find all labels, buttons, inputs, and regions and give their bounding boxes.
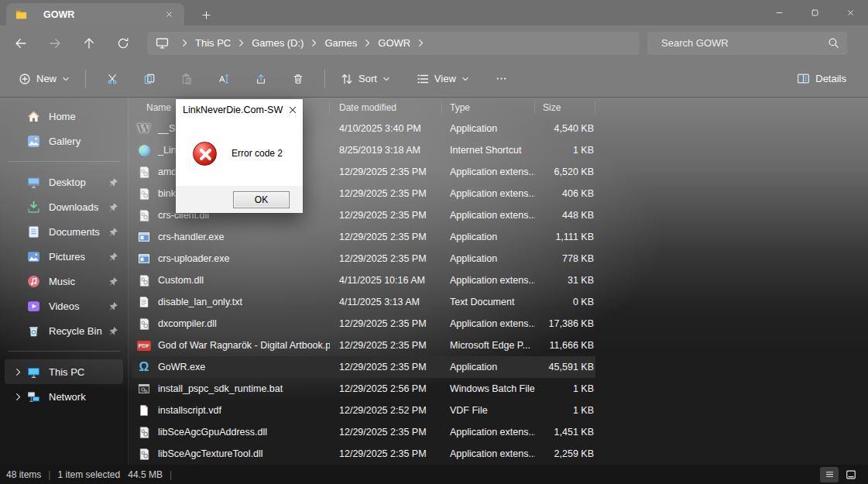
delete-button[interactable]: [285, 66, 311, 92]
downloads-icon: [26, 200, 40, 214]
file-row-crs-uploader-exe[interactable]: crs-uploader.exe12/29/2025 2:35 PMApplic…: [132, 248, 595, 269]
copy-button[interactable]: [136, 66, 163, 92]
forward-button[interactable]: [43, 32, 67, 55]
pin-icon: [108, 252, 118, 262]
sidebar-item-label: Music: [49, 276, 108, 287]
file-type: Windows Batch File: [442, 383, 535, 394]
back-button[interactable]: [9, 32, 33, 55]
dll-icon: [137, 273, 151, 287]
window-controls: [761, 0, 868, 26]
chevron-right-icon[interactable]: [9, 393, 26, 401]
sidebar-item-videos[interactable]: Videos: [5, 293, 123, 318]
refresh-button[interactable]: [112, 32, 135, 55]
column-header-date-modified[interactable]: Date modified: [330, 101, 442, 114]
sidebar-item-label: Videos: [49, 300, 108, 312]
tab-close-icon[interactable]: [161, 7, 177, 22]
file-name: crs-uploader.exe: [158, 253, 229, 264]
file-row-crs-handler-exe[interactable]: crs-handler.exe12/29/2025 2:35 PMApplica…: [132, 226, 595, 248]
breadcrumb[interactable]: This PCGames (D:)GamesGOWR: [147, 32, 640, 55]
minimize-button[interactable]: [761, 0, 797, 26]
file-size: 45,591 KB: [535, 362, 595, 372]
file-row-custom-dll[interactable]: Custom.dll4/11/2025 10:16 AMApplication …: [132, 269, 595, 291]
cut-button[interactable]: [99, 66, 125, 92]
share-button[interactable]: [248, 66, 274, 92]
dll-icon: [137, 208, 151, 222]
file-row-libsceagctexturetool-dll[interactable]: libSceAgcTextureTool.dll12/29/2025 2:35 …: [132, 443, 595, 465]
error-dialog-close-icon[interactable]: [283, 99, 303, 121]
file-type: Application extens...: [442, 166, 535, 177]
sidebar-item-desktop[interactable]: Desktop: [5, 170, 123, 194]
file-size: 4,540 KB: [535, 123, 595, 134]
search-input[interactable]: Search GOWR: [647, 32, 847, 55]
videos-icon: [26, 299, 40, 313]
file-type: Application extens...: [442, 318, 535, 329]
details-pane-icon: [797, 72, 810, 85]
music-icon: [26, 274, 40, 288]
sidebar-item-gallery[interactable]: Gallery: [5, 129, 123, 153]
sort-button[interactable]: Sort: [333, 66, 398, 92]
view-button[interactable]: View: [409, 66, 477, 92]
breadcrumb-item-gowr[interactable]: GOWR: [372, 37, 417, 49]
more-options-button[interactable]: [488, 66, 515, 92]
chevron-right-icon: [417, 39, 425, 47]
new-tab-button[interactable]: [198, 7, 214, 22]
folder-icon: [14, 8, 28, 22]
paste-button[interactable]: [173, 66, 200, 92]
file-size: 0 KB: [535, 297, 595, 307]
chevron-down-icon: [62, 75, 70, 83]
file-type: Application: [442, 362, 535, 372]
file-row-god-of-war-ragnar-k-digital-artbook-pdf[interactable]: PDFGod of War Ragnarök - Digital Artbook…: [132, 335, 595, 356]
sidebar-item-music[interactable]: Music: [5, 269, 123, 293]
file-date-modified: 12/29/2025 2:35 PM: [330, 362, 442, 372]
breadcrumb-item-games[interactable]: Games: [318, 37, 363, 49]
dll-icon: [137, 425, 151, 439]
address-bar: This PCGames (D:)GamesGOWR Search GOWR: [0, 26, 868, 60]
pin-icon: [108, 177, 118, 187]
file-type: Application: [442, 123, 535, 134]
maximize-button[interactable]: [797, 0, 832, 26]
sidebar-item-recycle-bin[interactable]: Recycle Bin: [5, 318, 123, 343]
sidebar-item-pictures[interactable]: Pictures: [5, 244, 123, 269]
pin-icon: [108, 301, 118, 311]
chevron-right-icon[interactable]: [9, 368, 26, 376]
sidebar-item-label: Pictures: [49, 251, 108, 263]
column-header-size[interactable]: Size: [535, 101, 595, 114]
details-view-toggle[interactable]: [820, 467, 839, 482]
file-size: 6,520 KB: [535, 166, 595, 177]
sidebar-item-network[interactable]: Network: [5, 384, 123, 409]
explorer-tab[interactable]: GOWR: [6, 3, 184, 26]
file-row-installscript-vdf[interactable]: installscript.vdf12/29/2025 2:52 PMVDF F…: [132, 400, 595, 421]
file-size: 448 KB: [535, 210, 595, 221]
file-row-dxcompiler-dll[interactable]: dxcompiler.dll12/29/2025 2:35 PMApplicat…: [132, 313, 595, 335]
file-date-modified: 12/29/2025 2:35 PM: [330, 232, 442, 242]
this-pc-icon: [26, 365, 40, 379]
sidebar-item-documents[interactable]: Documents: [5, 219, 123, 244]
sidebar-item-downloads[interactable]: Downloads: [5, 194, 123, 219]
close-button[interactable]: [832, 0, 868, 26]
rename-button[interactable]: [211, 66, 237, 92]
chevron-right-icon: [363, 39, 372, 47]
file-row-gowr-exe[interactable]: ΩGoWR.exe12/29/2025 2:35 PMApplication45…: [132, 356, 595, 378]
chevron-down-icon: [461, 75, 469, 83]
large-icons-view-toggle[interactable]: [842, 467, 860, 482]
sidebar-item-label: Network: [49, 391, 118, 403]
ok-button[interactable]: OK: [233, 191, 290, 208]
file-row-libsceagcgpuaddress-dll[interactable]: libSceAgcGpuAddress.dll12/29/2025 2:35 P…: [132, 421, 595, 443]
sidebar-item-label: Documents: [49, 226, 108, 238]
file-row-disable-lan-only-txt[interactable]: disable_lan_only.txt4/11/2025 3:13 AMTex…: [132, 291, 595, 313]
breadcrumb-item-games-d-[interactable]: Games (D:): [245, 37, 310, 49]
file-date-modified: 12/29/2025 2:35 PM: [330, 210, 442, 221]
file-name: God of War Ragnarök - Digital Artbook.pd…: [158, 340, 330, 351]
file-type: Application: [442, 232, 535, 242]
column-header-type[interactable]: Type: [442, 101, 535, 114]
up-button[interactable]: [77, 32, 101, 55]
details-pane-button[interactable]: Details: [789, 66, 854, 92]
navigation-sidebar: HomeGallery DesktopDownloadsDocumentsPic…: [0, 98, 128, 465]
file-row-install-pspc-sdk-runtime-bat[interactable]: install_pspc_sdk_runtime.bat12/29/2025 2…: [132, 378, 595, 400]
status-divider: |: [48, 469, 50, 480]
breadcrumb-item-this-pc[interactable]: This PC: [189, 37, 237, 49]
new-button[interactable]: New: [11, 66, 77, 92]
selection-size: 44.5 MB: [128, 469, 163, 480]
sidebar-item-this-pc[interactable]: This PC: [5, 359, 123, 384]
sidebar-item-home[interactable]: Home: [5, 104, 123, 129]
